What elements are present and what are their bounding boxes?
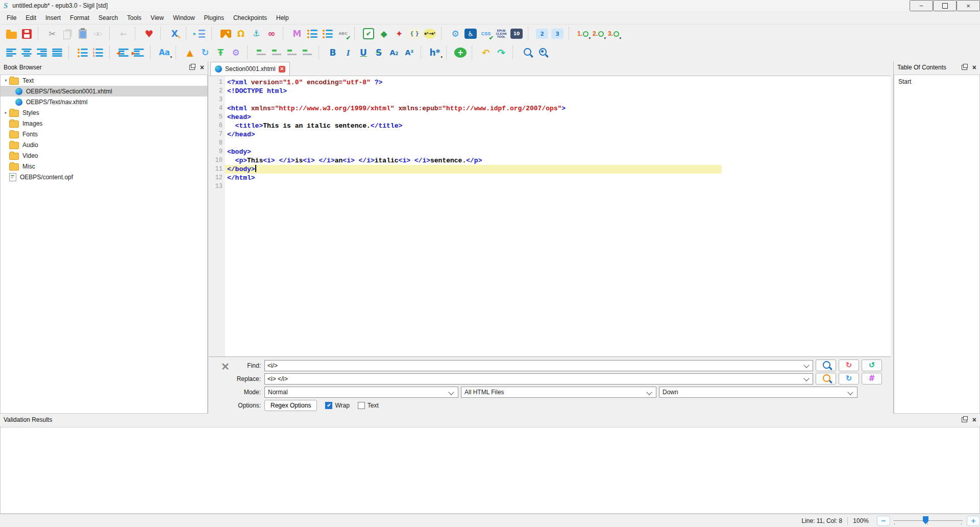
tree-item-misc[interactable]: Misc	[1, 161, 207, 172]
spellcheck-button[interactable]: ABC✔	[335, 27, 351, 41]
superscript-button[interactable]: A²	[402, 45, 417, 60]
bold-button[interactable]: B	[325, 45, 340, 60]
close-panel-icon[interactable]: ×	[972, 416, 976, 423]
undo-button[interactable]: ↶	[478, 45, 494, 60]
code-view-button[interactable]: ‹x›	[90, 27, 106, 41]
code-line-10[interactable]: <p>This<i> </i>is<i> </i>an<i> </i>itali…	[225, 156, 891, 165]
indent-button[interactable]: ▶	[131, 45, 146, 60]
open-button[interactable]	[4, 27, 19, 41]
code-view[interactable]: 12345678910111213 <?xml version="1.0" en…	[209, 76, 891, 356]
copy-button[interactable]	[60, 27, 75, 41]
tree-item-oebps-text-nav-xhtml[interactable]: OEBPS/Text/nav.xhtml	[1, 97, 207, 107]
close-panel-icon[interactable]: ×	[972, 64, 976, 71]
heading-button[interactable]: h*▾	[427, 45, 443, 60]
code-lines[interactable]: <?xml version="1.0" encoding="utf-8" ?><…	[225, 76, 891, 356]
italic-button[interactable]: I	[340, 45, 356, 60]
split-at-cursor-button[interactable]: Ŧ	[213, 45, 228, 60]
align-justify-button[interactable]	[50, 45, 65, 60]
align-right-button[interactable]	[34, 45, 50, 60]
tree-item-video[interactable]: Video	[1, 150, 207, 161]
files-select[interactable]: All HTML Files	[461, 387, 656, 398]
preferences-button[interactable]: ⚙	[448, 27, 463, 41]
code-line-5[interactable]: <head>	[225, 113, 891, 122]
code-line-2[interactable]: <!DOCTYPE html>	[225, 87, 891, 95]
numbered-list-button[interactable]: 123	[90, 45, 106, 60]
insert-link-button[interactable]: ∞	[264, 27, 279, 41]
save-button[interactable]	[19, 27, 34, 41]
zoom-out-button[interactable]: −	[877, 516, 890, 526]
marker-3-button[interactable]	[284, 45, 300, 60]
mend-code-button[interactable]: ✦	[391, 27, 407, 41]
tree-item-styles[interactable]: ▸Styles	[1, 107, 207, 118]
close-button[interactable]: ×	[957, 0, 980, 11]
insert-image-button[interactable]	[218, 27, 233, 41]
plugin-10-button[interactable]: 10	[509, 27, 524, 41]
zoom-magnifier-button[interactable]	[534, 45, 550, 60]
marker-2-button[interactable]	[269, 45, 284, 60]
align-center-button[interactable]	[19, 45, 34, 60]
css-validate-button[interactable]: CSS✔	[478, 27, 494, 41]
underline-button[interactable]: U	[356, 45, 371, 60]
find-input[interactable]	[264, 360, 813, 371]
css-braces-button[interactable]: { }	[407, 27, 422, 41]
count-button[interactable]: #	[862, 373, 882, 385]
replace-all-button[interactable]: ↻	[839, 373, 859, 385]
tree-item-images[interactable]: Images	[1, 118, 207, 129]
mend-button[interactable]: M	[289, 27, 305, 41]
menu-tools[interactable]: Tools	[122, 13, 146, 23]
find-magnifier-button[interactable]	[519, 45, 534, 60]
tree-item-oebps-content-opf[interactable]: OEBPS/content.opf	[1, 172, 207, 182]
maximize-button[interactable]	[933, 0, 957, 11]
float-panel-icon[interactable]	[962, 417, 967, 422]
checkpoint-1-button[interactable]: 1.▾	[575, 27, 591, 41]
align-left-button[interactable]	[4, 45, 19, 60]
text-checkbox[interactable]	[358, 402, 365, 409]
code-line-6[interactable]: <title>This is an italic sentence.</titl…	[225, 122, 891, 130]
find-next-button[interactable]	[816, 360, 836, 371]
replace-find-button[interactable]	[816, 373, 836, 385]
donate-button[interactable]: ♥	[141, 27, 157, 41]
count-all-button[interactable]: ↺	[862, 360, 882, 371]
expander-icon[interactable]: ▾	[3, 78, 9, 83]
wrap-checkbox[interactable]: ✔	[325, 402, 332, 409]
code-line-11[interactable]: </body>	[225, 165, 722, 174]
list-view-1-button[interactable]	[305, 27, 320, 41]
well-formed-check-button[interactable]: ✔	[361, 27, 376, 41]
menu-view[interactable]: View	[146, 13, 168, 23]
menu-plugins[interactable]: Plugins	[200, 13, 229, 23]
toc-item-start[interactable]: Start	[894, 75, 979, 85]
outdent-button[interactable]: ◀	[116, 45, 131, 60]
replace-input[interactable]	[264, 373, 813, 385]
refresh-view-button[interactable]: ↻	[198, 45, 213, 60]
code-line-13[interactable]	[225, 182, 891, 191]
epub2-doc-button[interactable]: 2	[534, 27, 550, 41]
epub-clean-tool-button[interactable]: EPUB CLEAN TOOL	[494, 27, 509, 41]
strikethrough-button[interactable]: S	[371, 45, 386, 60]
back-button[interactable]: ←	[116, 27, 131, 41]
code-line-7[interactable]: </head>	[225, 130, 891, 139]
tree-item-oebps-text-section0001-xhtml[interactable]: OEBPS/Text/Section0001.xhtml	[1, 86, 207, 97]
find-panel-close-button[interactable]: ✕	[221, 362, 230, 372]
menu-insert[interactable]: Insert	[41, 13, 65, 23]
redo-button[interactable]: ↷	[494, 45, 509, 60]
validate-epub-button[interactable]: ◆	[376, 27, 391, 41]
insert-node-button[interactable]: ▲	[182, 45, 198, 60]
menu-search[interactable]: Search	[94, 13, 122, 23]
mode-select[interactable]: Normal	[264, 387, 458, 398]
checkpoint-3-button[interactable]: 3.▾	[606, 27, 621, 41]
tree-item-text[interactable]: ▾Text	[1, 75, 207, 86]
marker-4-button[interactable]	[300, 45, 315, 60]
checkpoint-2-button[interactable]: 2.▾	[591, 27, 606, 41]
close-panel-icon[interactable]: ×	[200, 64, 204, 71]
change-case-button[interactable]: Aa▾	[157, 45, 172, 60]
subscript-button[interactable]: A₂	[386, 45, 402, 60]
accessibility-button[interactable]: ♿	[463, 27, 478, 41]
direction-select[interactable]: Down	[659, 387, 857, 398]
code-line-8[interactable]	[225, 139, 891, 148]
insert-file-button[interactable]	[192, 27, 208, 41]
code-line-4[interactable]: <html xmlns="http://www.w3.org/1999/xhtm…	[225, 104, 891, 113]
paste-button[interactable]	[75, 27, 90, 41]
menu-window[interactable]: Window	[168, 13, 200, 23]
epub3-doc-button[interactable]: 3	[550, 27, 565, 41]
code-line-3[interactable]	[225, 95, 891, 104]
